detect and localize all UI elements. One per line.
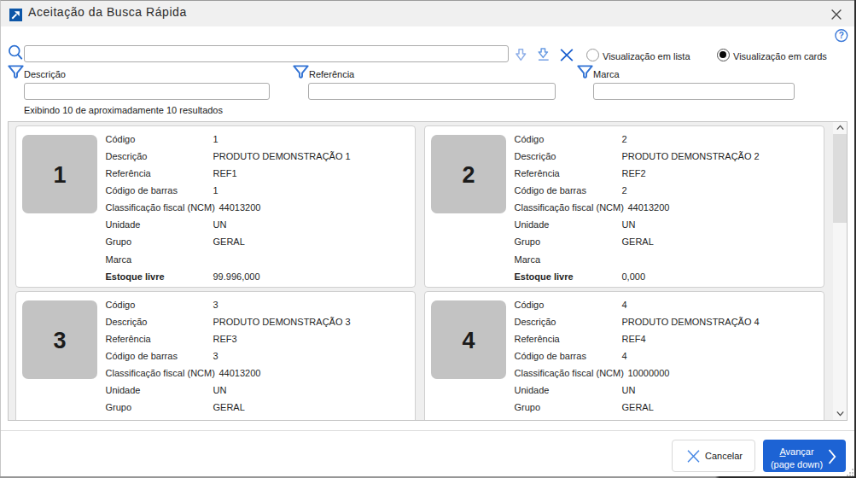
svg-text:?: ? <box>839 31 844 40</box>
